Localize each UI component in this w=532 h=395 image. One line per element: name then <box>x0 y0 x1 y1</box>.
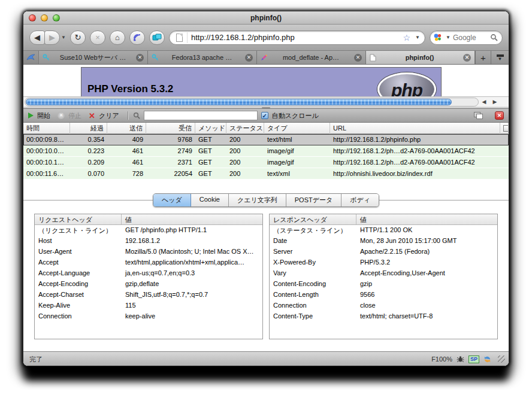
url-dropdown-icon[interactable]: ▼ <box>415 35 420 40</box>
home-button[interactable]: ⌂ <box>110 31 125 45</box>
header-row: リクエストヘッダ値 <box>35 214 262 225</box>
header-name-column[interactable]: リクエストヘッダ <box>35 214 122 224</box>
search-input[interactable] <box>453 34 488 42</box>
cell-method: GET <box>195 168 226 180</box>
scroll-left-arrow[interactable]: ◀ <box>482 99 486 105</box>
column-header-type[interactable]: タイプ <box>264 123 330 134</box>
header-entry[interactable]: （ステータス・ライン）HTTP/1.1 200 OK <box>270 225 497 236</box>
bookmark-star-icon[interactable]: ☆ <box>403 33 411 42</box>
column-header-url[interactable]: URL <box>330 123 500 134</box>
request-row-1[interactable]: 00:00:09.8…0.3544099768GET200text/htmlht… <box>23 134 509 145</box>
detail-tab-1[interactable]: ヘッダ <box>153 194 191 206</box>
request-row-4[interactable]: 00:00:11.6…0.07072822054GET200text/xmlht… <box>23 168 509 180</box>
url-bar[interactable]: ☆ ▼ <box>169 31 425 45</box>
detail-tab-5[interactable]: ボディ <box>341 194 379 206</box>
header-entry[interactable]: Connectionclose <box>270 300 497 311</box>
search-engine-dropdown-icon[interactable]: ▼ <box>446 35 451 40</box>
column-picker-button[interactable] <box>500 123 509 134</box>
header-entry[interactable]: Accept-CharsetShift_JIS,utf-8;q=0.7,*;q=… <box>35 290 262 300</box>
header-entry[interactable]: DateMon, 28 Jun 2010 15:17:00 GMT <box>270 236 497 247</box>
column-header-received[interactable]: 受信 <box>146 123 195 134</box>
sync-arrows-icon[interactable] <box>483 356 491 363</box>
header-value-column[interactable]: 値 <box>122 214 262 224</box>
filter-input[interactable] <box>144 111 258 120</box>
tab-close-icon[interactable]: ✕ <box>354 54 362 62</box>
header-entry[interactable]: Content-Typetext/html; charset=UTF-8 <box>270 311 497 322</box>
close-panel-button[interactable]: ✕ <box>495 111 504 120</box>
header-entry[interactable]: （リクエスト・ライン）GET /phpinfo.php HTTP/1.1 <box>35 225 262 236</box>
header-entry[interactable]: Content-Length9566 <box>270 290 497 300</box>
header-entry[interactable]: Accept-Languageja,en-us;q=0.7,en;q=0.3 <box>35 268 262 279</box>
header-entry[interactable]: Keep-Alive115 <box>35 300 262 311</box>
sidebar-toggle-button[interactable] <box>23 51 39 64</box>
splitter-grip[interactable] <box>262 107 270 108</box>
autoscroll-checkbox[interactable]: ✓ <box>261 112 268 119</box>
clear-button[interactable]: クリア <box>99 111 119 120</box>
detail-tab-2[interactable]: Cookie <box>191 194 229 206</box>
stop-capture-button[interactable]: 停止 <box>68 111 81 120</box>
scroll-right-arrow[interactable]: ▶ <box>493 99 497 105</box>
stop-button[interactable]: × <box>90 31 105 45</box>
scrollbar-track[interactable] <box>25 98 479 107</box>
tab-close-icon[interactable]: ✕ <box>245 54 253 62</box>
titlebar[interactable]: phpinfo() <box>23 11 509 25</box>
bug-icon[interactable] <box>457 356 464 363</box>
tab-close-icon[interactable]: ✕ <box>463 54 471 62</box>
header-entry[interactable]: ServerApache/2.2.15 (Fedora) <box>270 247 497 257</box>
browser-tab-4[interactable]: phpinfo()✕ <box>366 51 475 64</box>
magnifier-icon[interactable] <box>490 34 498 41</box>
sp-extension-badge[interactable]: SP <box>468 356 479 363</box>
list-all-tabs-button[interactable]: ▼ <box>491 51 509 64</box>
url-input[interactable] <box>191 33 400 42</box>
back-button[interactable]: ◀ <box>29 31 45 45</box>
column-header-status[interactable]: ステータス <box>226 123 264 134</box>
page-icon <box>370 54 376 62</box>
column-header-time[interactable]: 時間 <box>23 123 70 134</box>
header-entry[interactable]: Connectionkeep-alive <box>35 311 262 322</box>
request-row-3[interactable]: 00:00:10.1…0.2094612371GET200image/gifht… <box>23 157 509 168</box>
forward-button[interactable]: ▶ <box>44 31 60 45</box>
cell-elapsed: 0.223 <box>70 145 107 157</box>
history-dropdown-icon[interactable]: ▼ <box>61 35 66 40</box>
header-entry[interactable]: Accept-Encodinggzip,deflate <box>35 279 262 290</box>
header-value: text/html,application/xhtml+xml,applica… <box>122 257 262 268</box>
header-entry[interactable]: Content-Encodinggzip <box>270 279 497 290</box>
tab-close-icon[interactable]: ✕ <box>136 54 144 62</box>
header-value-column[interactable]: 値 <box>356 214 497 224</box>
header-entry[interactable]: User-AgentMozilla/5.0 (Macintosh; U; Int… <box>35 247 262 257</box>
header-entry[interactable]: Host192.168.1.2 <box>35 236 262 247</box>
favicon-chip[interactable] <box>172 32 188 43</box>
column-header-sent[interactable]: 送信 <box>107 123 146 134</box>
browser-tab-2[interactable]: Fedora13 apache …✕ <box>148 51 257 64</box>
detach-panel-button[interactable] <box>474 112 483 119</box>
zoom-level-indicator[interactable]: F100% <box>431 356 452 363</box>
rss-feed-button[interactable] <box>129 31 145 45</box>
horizontal-scrollbar[interactable]: ◀ ▶ <box>23 96 509 107</box>
browser-tab-3[interactable]: mod_deflate - Ap…✕ <box>257 51 366 64</box>
search-bar[interactable]: ▼ <box>430 31 503 45</box>
panel-splitter[interactable] <box>23 107 509 109</box>
resize-grip[interactable] <box>498 356 505 363</box>
column-header-elapsed[interactable]: 経過 <box>70 123 107 134</box>
cell-sent: 728 <box>107 168 146 180</box>
google-logo-icon[interactable] <box>433 33 442 42</box>
detail-tab-4[interactable]: POSTデータ <box>286 194 341 206</box>
header-entry[interactable]: VaryAccept-Encoding,User-Agent <box>270 268 497 279</box>
header-entry[interactable]: Accepttext/html,application/xhtml+xml,ap… <box>35 257 262 268</box>
header-entry[interactable]: X-Powered-ByPHP/5.3.2 <box>270 257 497 268</box>
swoosh-icon <box>26 54 35 61</box>
detail-tab-bar: ヘッダCookieクエリ文字列POSTデータボディ <box>153 193 379 207</box>
extension-cubes-button[interactable] <box>149 31 165 45</box>
request-row-2[interactable]: 00:00:10.0…0.2234612749GET200image/gifht… <box>23 145 509 157</box>
header-name-column[interactable]: レスポンスヘッダ <box>270 214 356 224</box>
detail-tab-3[interactable]: クエリ文字列 <box>229 194 286 206</box>
column-header-method[interactable]: メソッド <box>195 123 226 134</box>
tab-label: phpinfo() <box>379 54 460 61</box>
cell-type: image/gif <box>264 157 330 168</box>
reload-button[interactable]: ↻ <box>70 31 86 45</box>
start-button[interactable]: 開始 <box>37 111 50 120</box>
new-tab-button[interactable]: + <box>475 51 491 64</box>
browser-tab-1[interactable]: Suse10 Webサーバ …✕ <box>39 51 148 64</box>
autoscroll-label[interactable]: 自動スクロール <box>272 111 319 120</box>
scrollbar-thumb[interactable] <box>26 99 452 105</box>
